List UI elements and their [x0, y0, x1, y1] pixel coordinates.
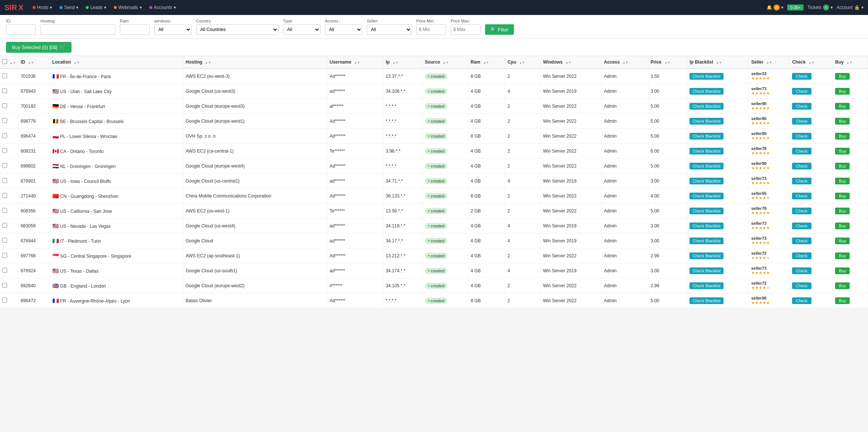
row-checkbox-2[interactable]	[2, 103, 7, 108]
filter-ram-label: Ram:	[120, 19, 150, 23]
check-button[interactable]: Check	[792, 118, 811, 125]
nav-accounts[interactable]: Accounts ▾	[146, 3, 179, 12]
buy-button[interactable]: Buy	[835, 178, 850, 184]
check-button[interactable]: Check	[792, 223, 811, 229]
select-all-checkbox[interactable]	[2, 59, 7, 64]
account-button[interactable]: Account 🔒 ▾	[837, 5, 864, 10]
check-button[interactable]: Check	[792, 103, 811, 110]
check-blacklist-button[interactable]: Check Blacklist	[689, 238, 724, 244]
seller-stars: ★★★★★	[751, 240, 788, 245]
cell-windows: Win Server 2022	[540, 278, 601, 293]
check-blacklist-button[interactable]: Check Blacklist	[689, 163, 724, 169]
row-checkbox-10[interactable]	[2, 223, 7, 228]
check-blacklist-button[interactable]: Check Blacklist	[689, 73, 724, 80]
row-checkbox-5[interactable]	[2, 148, 7, 153]
buy-button[interactable]: Buy	[835, 297, 850, 304]
logo[interactable]: SIRX	[4, 3, 24, 12]
buy-selected-button[interactable]: Buy Selected (0) [0$] 🛒	[6, 42, 71, 53]
check-button[interactable]: Check	[792, 252, 811, 259]
buy-button[interactable]: Buy	[835, 252, 850, 259]
cell-ip-blacklist: Check Blacklist	[687, 233, 749, 248]
check-blacklist-button[interactable]: Check Blacklist	[689, 282, 724, 289]
check-button[interactable]: Check	[792, 73, 811, 80]
filter-ram-input[interactable]	[120, 24, 150, 35]
filter-button[interactable]: 🔍 Filter	[485, 24, 514, 35]
buy-button[interactable]: Buy	[835, 208, 850, 214]
filter-id-input[interactable]	[6, 24, 36, 35]
nav-webmails[interactable]: Webmails ▾	[111, 3, 144, 12]
buy-button[interactable]: Buy	[835, 148, 850, 154]
cell-id: 683059	[18, 218, 50, 233]
row-checkbox-12[interactable]	[2, 253, 7, 258]
buy-button[interactable]: Buy	[835, 223, 850, 229]
check-button[interactable]: Check	[792, 208, 811, 214]
cell-price: 3.00	[648, 84, 687, 99]
filter-pricemin-input[interactable]	[416, 24, 446, 35]
check-button[interactable]: Check	[792, 148, 811, 154]
buy-button[interactable]: Buy	[835, 193, 850, 199]
bell-button[interactable]: 🔔 0 ▾	[767, 4, 783, 10]
check-button[interactable]: Check	[792, 267, 811, 274]
buy-button[interactable]: Buy	[835, 103, 850, 110]
tickets-button[interactable]: Tickets 0 ▾	[807, 4, 833, 10]
cell-price: 3.00	[648, 218, 687, 233]
check-button[interactable]: Check	[792, 297, 811, 304]
seller-stars: ★★★★★	[751, 255, 788, 260]
buy-button[interactable]: Buy	[835, 267, 850, 274]
logo-x: X	[18, 3, 23, 12]
buy-button[interactable]: Buy	[835, 73, 850, 80]
filter-type-select[interactable]: All	[283, 24, 320, 35]
check-blacklist-button[interactable]: Check Blacklist	[689, 88, 724, 95]
filter-seller-select[interactable]: All	[367, 24, 412, 35]
check-blacklist-button[interactable]: Check Blacklist	[689, 297, 724, 304]
nav-leads[interactable]: Leads ▾	[83, 3, 109, 12]
check-button[interactable]: Check	[792, 133, 811, 140]
check-button[interactable]: Check	[792, 88, 811, 95]
buy-button[interactable]: Buy	[835, 133, 850, 140]
check-button[interactable]: Check	[792, 282, 811, 289]
check-button[interactable]: Check	[792, 163, 811, 169]
check-blacklist-button[interactable]: Check Blacklist	[689, 133, 724, 140]
nav-send[interactable]: Send ▾	[57, 3, 81, 12]
cell-hosting: AWS EC2 (eu-west-3)	[183, 68, 327, 84]
row-checkbox-9[interactable]	[2, 208, 7, 213]
row-checkbox-13[interactable]	[2, 268, 7, 273]
buy-button[interactable]: Buy	[835, 282, 850, 289]
row-checkbox-4[interactable]	[2, 133, 7, 138]
check-blacklist-button[interactable]: Check Blacklist	[689, 223, 724, 229]
row-checkbox-0[interactable]	[2, 73, 7, 78]
check-blacklist-button[interactable]: Check Blacklist	[689, 252, 724, 259]
check-blacklist-button[interactable]: Check Blacklist	[689, 267, 724, 274]
balance-button[interactable]: 0.00+	[787, 4, 804, 10]
check-blacklist-button[interactable]: Check Blacklist	[689, 193, 724, 199]
cell-id: 676944	[18, 233, 50, 248]
filter-pricemax-input[interactable]	[451, 24, 481, 35]
check-blacklist-button[interactable]: Check Blacklist	[689, 208, 724, 214]
check-blacklist-button[interactable]: Check Blacklist	[689, 118, 724, 125]
filter-access-select[interactable]: All	[325, 24, 362, 35]
filter-hosting-input[interactable]	[40, 24, 115, 35]
nav-hosts[interactable]: Hosts ▾	[30, 3, 55, 12]
check-blacklist-button[interactable]: Check Blacklist	[689, 178, 724, 184]
row-checkbox-1[interactable]	[2, 88, 7, 93]
row-checkbox-14[interactable]	[2, 283, 7, 288]
filter-country-select[interactable]: All Countries	[196, 24, 278, 35]
table-row: 676901 🇺🇸US - Iowa - Council Bluffs Goog…	[0, 174, 868, 189]
check-blacklist-button[interactable]: Check Blacklist	[689, 148, 724, 154]
row-checkbox-15[interactable]	[2, 298, 7, 303]
check-button[interactable]: Check	[792, 178, 811, 184]
buy-button[interactable]: Buy	[835, 118, 850, 125]
navbar-left: SIRX Hosts ▾ Send ▾ Leads ▾ Webmails ▾	[4, 3, 179, 12]
buy-button[interactable]: Buy	[835, 163, 850, 169]
filter-windows-select[interactable]: All	[154, 24, 192, 35]
buy-button[interactable]: Buy	[835, 238, 850, 244]
row-checkbox-7[interactable]	[2, 178, 7, 183]
row-checkbox-8[interactable]	[2, 193, 7, 198]
check-button[interactable]: Check	[792, 238, 811, 244]
row-checkbox-11[interactable]	[2, 238, 7, 243]
row-checkbox-3[interactable]	[2, 118, 7, 123]
buy-button[interactable]: Buy	[835, 88, 850, 95]
check-blacklist-button[interactable]: Check Blacklist	[689, 103, 724, 110]
row-checkbox-6[interactable]	[2, 163, 7, 168]
check-button[interactable]: Check	[792, 193, 811, 199]
